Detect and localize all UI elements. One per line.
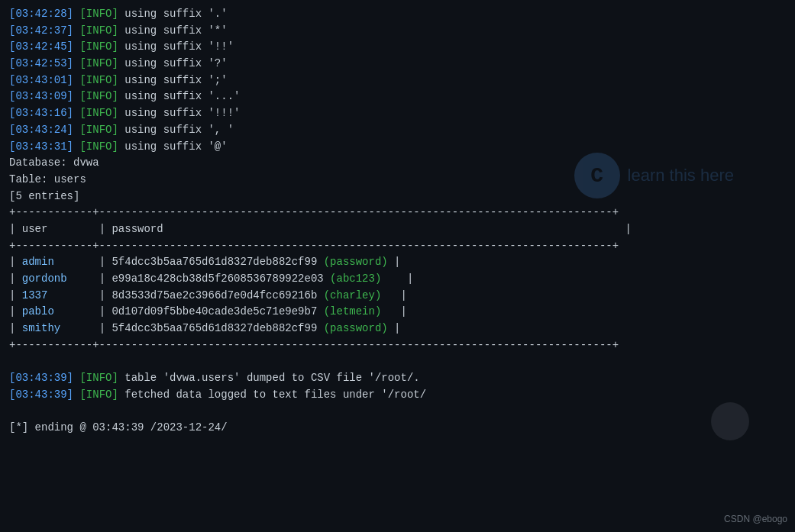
watermark-text: learn this here <box>628 166 734 185</box>
ending-line: [*] ending @ 03:43:39 /2023-12-24/ <box>9 420 786 437</box>
csdn-badge: CSDN @ebogo <box>724 514 787 524</box>
log-line: [03:43:09] [INFO] using suffix '...' <box>9 89 786 105</box>
log-line: [03:42:45] [INFO] using suffix '!!' <box>9 39 786 56</box>
table-border-bottom: +------------+--------------------------… <box>9 337 786 354</box>
table-border-top: +------------+--------------------------… <box>9 205 786 221</box>
watermark-icon: C <box>574 153 620 198</box>
table-header-row: | user | password | <box>9 221 786 238</box>
log-line: [03:43:24] [INFO] using suffix ', ' <box>9 122 786 139</box>
log-line: [03:43:01] [INFO] using suffix ';' <box>9 73 786 89</box>
table-row-1337: | 1337 | 8d3533d75ae2c3966d7e0d4fcc69216… <box>9 288 786 305</box>
watermark: C learn this here <box>574 153 734 198</box>
table-row-pablo: | pablo | 0d107d09f5bbe40cade3de5c71e9e9… <box>9 304 786 321</box>
blank-line-2 <box>9 404 786 421</box>
dump-log-line: [03:43:39] [INFO] table 'dvwa.users' dum… <box>9 370 786 387</box>
log-line: [03:42:37] [INFO] using suffix '*' <box>9 23 786 40</box>
table-row-gordonb: | gordonb | e99a18c428cb38d5f26085367899… <box>9 271 786 288</box>
terminal-window: [03:42:28] [INFO] using suffix '.' [03:4… <box>0 0 795 532</box>
blank-line <box>9 353 786 370</box>
fetch-log-line: [03:43:39] [INFO] fetched data logged to… <box>9 387 786 404</box>
log-line: [03:42:28] [INFO] using suffix '.' <box>9 6 786 23</box>
watermark-secondary <box>711 402 749 440</box>
log-line: [03:43:16] [INFO] using suffix '!!!' <box>9 105 786 122</box>
log-line: [03:42:53] [INFO] using suffix '?' <box>9 56 786 73</box>
table-border-mid: +------------+--------------------------… <box>9 238 786 255</box>
table-row-smithy: | smithy | 5f4dcc3b5aa765d61d8327deb882c… <box>9 321 786 337</box>
table-row-admin: | admin | 5f4dcc3b5aa765d61d8327deb882cf… <box>9 254 786 271</box>
watermark-secondary-icon <box>711 402 749 440</box>
